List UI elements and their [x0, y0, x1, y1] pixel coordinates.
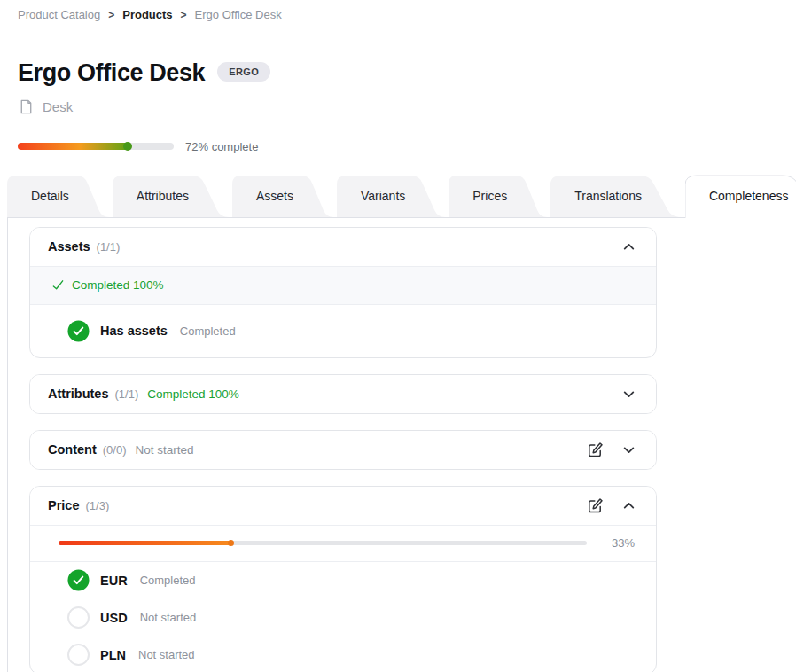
tab-label: Attributes	[137, 189, 189, 203]
chevron-down-icon	[621, 387, 636, 402]
item-name: Has assets	[100, 324, 168, 338]
price-progress-track	[59, 541, 587, 545]
section-title: Assets	[48, 239, 90, 254]
check-icon	[51, 278, 65, 292]
section-status: Not started	[136, 443, 194, 457]
tab-variants[interactable]: Variants	[337, 175, 448, 217]
sku-badge: ERGO	[217, 62, 270, 82]
breadcrumb-separator: >	[181, 9, 187, 21]
collapse-button[interactable]	[620, 496, 638, 515]
tab-assets[interactable]: Assets	[232, 175, 336, 217]
section-title: Content	[48, 442, 97, 457]
section-count: (1/3)	[85, 499, 109, 512]
expand-button[interactable]	[620, 385, 638, 403]
section-count: (1/1)	[97, 240, 121, 254]
tab-completeness[interactable]: Completeness	[685, 175, 796, 217]
content-section-card: Content (0/0) Not started	[29, 430, 657, 470]
overall-progress-label: 72% complete	[185, 140, 258, 153]
overall-progress-fill	[18, 143, 130, 150]
section-status: Completed 100%	[147, 387, 239, 401]
price-progress-row: 33%	[30, 525, 656, 562]
tab-attributes[interactable]: Attributes	[113, 175, 231, 217]
tab-label: Details	[31, 189, 69, 203]
page-title: Ergo Office Desk	[18, 60, 205, 87]
chevron-down-icon	[621, 442, 636, 457]
price-progress-fill	[59, 541, 233, 545]
edit-icon	[586, 441, 604, 458]
expand-button[interactable]	[620, 441, 638, 459]
assets-summary-label: Completed 100%	[72, 278, 164, 292]
item-name: EUR	[100, 574, 128, 588]
overall-progress-track	[18, 143, 174, 150]
price-item-row-usd: USD Not started	[30, 599, 656, 637]
tab-prices[interactable]: Prices	[449, 175, 550, 217]
content-section-header[interactable]: Content (0/0) Not started	[30, 431, 656, 469]
empty-circle-icon	[67, 644, 90, 666]
tab-translations[interactable]: Translations	[550, 175, 684, 217]
attributes-section-header[interactable]: Attributes (1/1) Completed 100%	[30, 375, 656, 413]
assets-section-header[interactable]: Assets (1/1)	[30, 228, 656, 266]
price-item-row-eur: EUR Completed	[30, 562, 656, 599]
empty-circle-icon	[67, 606, 90, 629]
overall-progress: 72% complete	[18, 140, 778, 153]
template-label: Desk	[43, 99, 73, 114]
chevron-up-icon	[621, 498, 636, 513]
page-header: Ergo Office Desk ERGO	[18, 60, 778, 87]
chevron-up-icon	[621, 239, 636, 254]
section-count: (1/1)	[114, 387, 138, 401]
item-status: Not started	[140, 611, 197, 624]
edit-icon	[586, 496, 604, 514]
collapse-button[interactable]	[620, 238, 638, 256]
tab-bar: Details Attributes Assets Variants Price…	[0, 175, 796, 217]
item-name: USD	[100, 611, 128, 625]
tab-label: Translations	[574, 189, 642, 203]
assets-section-card: Assets (1/1) Completed 100% Has assets C…	[29, 227, 657, 358]
item-status: Not started	[138, 648, 195, 661]
attributes-section-card: Attributes (1/1) Completed 100%	[29, 374, 657, 414]
tab-label: Prices	[472, 189, 507, 203]
item-name: PLN	[100, 648, 126, 662]
edit-button[interactable]	[584, 495, 605, 516]
breadcrumb-item-current: Ergo Office Desk	[195, 8, 282, 21]
price-section-header[interactable]: Price (1/3)	[30, 487, 656, 525]
completeness-panel: Assets (1/1) Completed 100% Has assets C…	[7, 217, 796, 672]
item-status: Completed	[180, 324, 236, 338]
breadcrumb: Product Catalog > Products > Ergo Office…	[0, 0, 796, 21]
tab-label: Variants	[361, 189, 405, 203]
check-circle-icon	[67, 320, 90, 342]
breadcrumb-separator: >	[108, 9, 114, 21]
template-row: Desk	[18, 98, 778, 115]
price-item-row-pln: PLN Not started	[30, 637, 656, 672]
assets-summary-row: Completed 100%	[30, 266, 656, 305]
section-count: (0/0)	[103, 443, 127, 457]
tab-label: Assets	[256, 189, 293, 203]
edit-button[interactable]	[584, 439, 605, 460]
section-title: Attributes	[48, 387, 108, 401]
tab-label: Completeness	[709, 189, 789, 203]
section-title: Price	[48, 498, 79, 512]
breadcrumb-item-product-catalog[interactable]: Product Catalog	[18, 8, 100, 21]
breadcrumb-item-products[interactable]: Products	[122, 8, 172, 21]
document-icon	[18, 98, 35, 115]
price-progress-label: 33%	[599, 536, 635, 550]
assets-item-row: Has assets Completed	[30, 305, 656, 357]
tab-details[interactable]: Details	[7, 175, 112, 217]
price-section-card: Price (1/3) 33%	[29, 486, 657, 672]
check-circle-icon	[67, 569, 90, 591]
item-status: Completed	[140, 574, 196, 587]
